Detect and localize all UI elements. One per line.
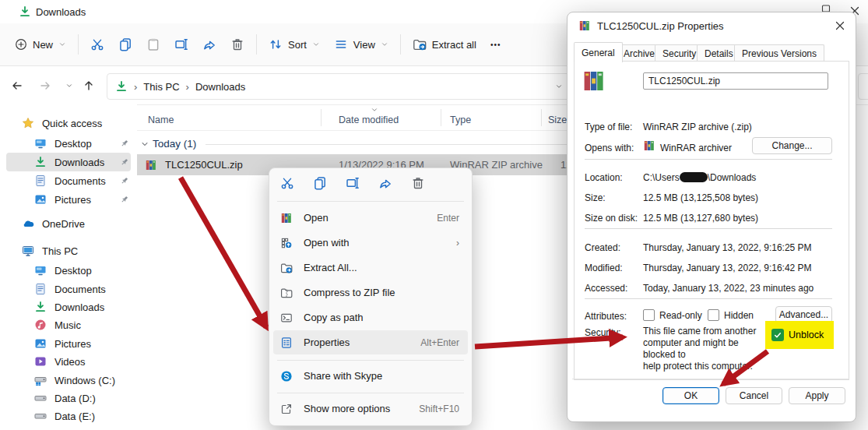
change-button[interactable]: Change... [752,137,832,154]
more-options-button[interactable]: ••• [483,36,508,54]
column-header-type[interactable]: Type [450,115,471,125]
readonly-checkbox[interactable]: Read-only [643,309,702,321]
tab-previous-versions[interactable]: Previous Versions [734,44,824,62]
cut-icon [90,37,104,51]
chevron-down-icon [312,41,320,48]
sidebar-item-desktop-pc[interactable]: Desktop [6,261,131,280]
size-on-disk-label: Size on disk: [585,213,638,224]
sidebar-item-downloads-qa[interactable]: Downloads [6,153,131,171]
menu-item-open-with[interactable]: Open with › [273,231,468,255]
context-menu: Open Enter Open with › Extract All... Co… [269,167,473,426]
rename-icon[interactable] [346,176,360,190]
drive-icon [34,410,47,422]
pin-icon [120,139,129,148]
column-separator[interactable] [321,109,322,126]
modified-label: Modified: [585,263,623,273]
column-header-date-modified[interactable]: Date modified [339,115,399,125]
sidebar-item-this-pc[interactable]: This PC [6,241,131,260]
view-button[interactable]: View [327,33,395,56]
sidebar-item-pictures-pc[interactable]: Pictures [6,334,131,353]
column-separator[interactable] [541,109,542,126]
menu-item-copy-as-path[interactable]: Copy as path [273,305,468,330]
sidebar-item-downloads-pc[interactable]: Downloads [6,298,131,316]
copy-button[interactable] [111,33,139,56]
dialog-close-icon[interactable] [834,19,846,32]
cut-icon[interactable] [280,176,294,190]
drive-icon [34,392,47,404]
new-button-label: New [33,39,53,51]
type-of-file-value: WinRAR ZIP archive (.zip) [643,122,752,132]
shortcut-enter: Enter [437,213,459,224]
cancel-button[interactable]: Cancel [726,387,782,404]
sidebar-item-music[interactable]: Music [6,315,131,334]
hidden-checkbox[interactable]: Hidden [708,309,754,321]
up-icon[interactable] [83,79,95,92]
sidebar-item-documents-pc[interactable]: Documents [6,280,131,298]
share-button[interactable] [195,33,223,56]
sort-button[interactable]: Sort [262,33,327,56]
column-header-name[interactable]: Name [148,115,174,125]
ok-button[interactable]: OK [662,387,719,404]
winrar-icon [578,19,591,32]
delete-button[interactable] [223,33,251,56]
trash-icon[interactable] [411,176,425,190]
picture-icon [34,337,47,350]
unblock-checkbox[interactable] [771,329,784,341]
sidebar-item-videos[interactable]: Videos [6,352,131,371]
extract-all-button[interactable]: Extract all [406,33,483,56]
screenshot-root: Downloads New [0,0,868,430]
menu-separator [277,393,464,393]
search-box-fragment[interactable] [858,73,868,100]
share-icon[interactable] [378,176,392,190]
winrar-icon [280,212,293,224]
breadcrumb-downloads[interactable]: Downloads [195,81,245,93]
menu-item-show-more-options[interactable]: Show more options Shift+F10 [273,397,468,421]
back-icon[interactable] [11,79,23,92]
share-icon [202,37,216,51]
apply-button[interactable]: Apply [789,387,845,404]
created-value: Thursday, January 13, 2022, 9:16:25 PM [643,242,812,253]
redacted-username [680,172,708,182]
type-of-file-label: Type of file: [585,122,632,132]
paste-button[interactable] [139,33,167,56]
submenu-chevron-icon: › [456,238,459,248]
sidebar-item-data-e[interactable]: Data (E:) [6,407,131,425]
downloads-folder-icon [19,5,31,18]
desktop-icon [34,137,47,150]
history-chevron-icon[interactable] [65,82,73,90]
menu-item-properties[interactable]: Properties Alt+Enter [273,330,468,354]
filename-input[interactable]: TLC1250CUL.zip [643,72,828,90]
column-separator[interactable] [441,109,441,126]
address-dropdown-icon[interactable] [555,83,563,90]
extract-folder-icon [280,262,293,274]
group-collapse-chevron-icon[interactable] [140,139,149,149]
column-header-size[interactable]: Size [548,115,567,125]
address-bar[interactable]: › This PC › Downloads [107,73,571,100]
group-header-rule [206,144,570,145]
copy-icon [118,37,132,51]
properties-icon [280,337,293,349]
sidebar-item-quick-access[interactable]: Quick access [6,114,131,132]
new-button[interactable]: New [8,33,73,55]
menu-item-compress-zip[interactable]: Compress to ZIP file [273,280,468,305]
section-separator [585,159,832,160]
opens-with-label: Opens with: [585,143,634,153]
sort-icon [269,37,283,51]
menu-item-share-with-skype[interactable]: Share with Skype [273,364,468,388]
forward-icon[interactable] [39,79,51,92]
sidebar-item-desktop-qa[interactable]: Desktop [6,134,131,153]
menu-item-extract-all[interactable]: Extract All... [273,256,468,280]
breadcrumb-this-pc[interactable]: This PC [143,81,179,93]
rename-button[interactable] [167,33,195,56]
menu-item-open[interactable]: Open Enter [273,206,468,230]
sidebar-item-onedrive[interactable]: OneDrive [6,214,131,233]
sidebar-item-windows-c[interactable]: Windows (C:) [6,371,131,389]
sidebar-item-pictures-qa[interactable]: Pictures [6,190,131,209]
sidebar-item-data-d[interactable]: Data (D:) [6,389,131,407]
cut-button[interactable] [83,33,111,56]
group-header-today[interactable]: Today (1) [153,138,196,150]
modified-value: Thursday, January 13, 2022, 9:16:42 PM [643,263,812,273]
sidebar-item-documents-qa[interactable]: Documents [6,171,131,190]
tab-general[interactable]: General [574,42,623,62]
copy-icon[interactable] [313,176,327,190]
